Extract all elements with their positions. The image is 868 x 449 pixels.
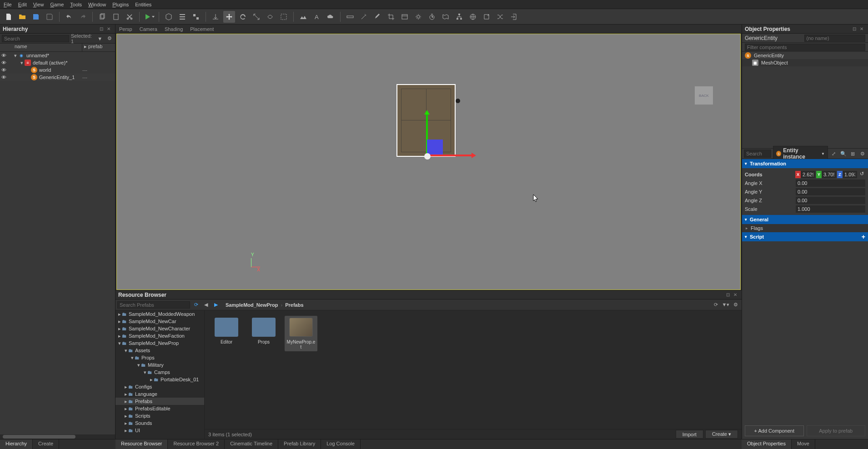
move-tool-button[interactable] bbox=[223, 11, 235, 23]
menu-edit[interactable]: Edit bbox=[18, 2, 27, 7]
rotate-tool-button[interactable] bbox=[237, 11, 249, 23]
component-list[interactable]: SGenericEntity▦MeshObject bbox=[742, 52, 868, 66]
export-icon[interactable] bbox=[481, 11, 492, 23]
panel-close-icon[interactable]: ✕ bbox=[860, 26, 865, 32]
resource-tree-row[interactable]: ▾🖿Props bbox=[115, 354, 204, 361]
resource-tree-row[interactable]: ▸🖿PortableDesk_01 bbox=[115, 376, 204, 383]
shuffle-icon[interactable] bbox=[494, 11, 506, 23]
save-as-button[interactable] bbox=[44, 11, 55, 23]
wand-icon[interactable] bbox=[358, 11, 370, 23]
scale-tool-button[interactable] bbox=[251, 11, 262, 23]
copy-button[interactable] bbox=[96, 11, 108, 23]
resource-tree-row[interactable]: ▸🖿PrefabsEditable bbox=[115, 405, 204, 412]
panel-close-icon[interactable]: ✕ bbox=[107, 26, 112, 32]
tab-resource-browser-2[interactable]: Resource Browser 2 bbox=[168, 439, 225, 449]
gear-icon[interactable]: ⚙ bbox=[858, 150, 866, 158]
section-general[interactable]: General bbox=[742, 215, 868, 224]
viewtab-persp[interactable]: Persp bbox=[119, 26, 132, 32]
tab-prefab-library[interactable]: Prefab Library bbox=[278, 439, 321, 449]
redo-button[interactable] bbox=[77, 11, 89, 23]
hierarchy-tree[interactable]: 👁▾◉unnamed*👁▾≡default (active)*👁Sworld--… bbox=[0, 52, 115, 434]
new-file-button[interactable] bbox=[3, 11, 15, 23]
menu-window[interactable]: Window bbox=[88, 2, 106, 7]
hierarchy-col-prefab[interactable]: ▸ prefab bbox=[82, 44, 115, 51]
scale-input[interactable] bbox=[796, 205, 865, 213]
navigation-cube[interactable]: BACK bbox=[695, 86, 713, 105]
tab-hierarchy[interactable]: Hierarchy bbox=[0, 439, 33, 449]
tab-log-console[interactable]: Log Console bbox=[321, 439, 361, 449]
angle-x-input[interactable] bbox=[796, 180, 865, 187]
viewtab-camera[interactable]: Camera bbox=[140, 26, 157, 32]
resource-tree-row[interactable]: ▾🖿SampleMod_NewProp bbox=[115, 339, 204, 347]
brush-icon[interactable] bbox=[371, 11, 383, 23]
refresh-icon[interactable]: ⟳ bbox=[192, 301, 200, 309]
resource-tree-row[interactable]: ▸🖿SampleMod_NewCar bbox=[115, 318, 204, 325]
globe-icon[interactable] bbox=[467, 11, 479, 23]
hierarchy-row[interactable]: 👁▾≡default (active)* bbox=[0, 59, 115, 66]
resource-search-input[interactable] bbox=[117, 301, 190, 309]
nav-back-icon[interactable]: ◀ bbox=[202, 301, 210, 309]
hierarchy-row[interactable]: 👁Sworld--- bbox=[0, 66, 115, 74]
cut-button[interactable] bbox=[124, 11, 135, 23]
settings-icon[interactable]: ⚙ bbox=[105, 35, 113, 43]
ruler-icon[interactable] bbox=[344, 11, 356, 23]
breadcrumb-item[interactable]: SampleMod_NewProp bbox=[226, 302, 278, 308]
import-button[interactable]: Import bbox=[676, 430, 703, 439]
panel-dock-icon[interactable]: ⊡ bbox=[853, 26, 858, 32]
gizmo-origin[interactable] bbox=[424, 153, 431, 160]
hierarchy-col-name[interactable]: name bbox=[13, 44, 82, 51]
resource-item[interactable]: MyNewProp.et bbox=[285, 316, 317, 351]
flags-row[interactable]: Flags bbox=[742, 224, 868, 232]
resource-tree-row[interactable]: ▾🖿Camps bbox=[115, 369, 204, 376]
instance-search[interactable] bbox=[744, 150, 771, 158]
tab-move[interactable]: Move bbox=[792, 439, 815, 449]
snap-icon[interactable] bbox=[190, 11, 202, 23]
resource-tree-row[interactable]: ▸🖿Language bbox=[115, 390, 204, 398]
viewport-3d[interactable]: BACK Y X bbox=[116, 34, 741, 290]
section-transformation[interactable]: Transformation bbox=[742, 159, 868, 168]
filter-dropdown[interactable]: ▼▾ bbox=[722, 301, 730, 309]
resource-tree-row[interactable]: ▸🖿SampleMod_NewCharacter bbox=[115, 325, 204, 332]
add-script-icon[interactable]: + bbox=[862, 233, 865, 240]
gizmo-xy-plane[interactable] bbox=[427, 140, 443, 155]
timer-icon[interactable] bbox=[426, 11, 438, 23]
angle-y-input[interactable] bbox=[796, 188, 865, 195]
cube-icon[interactable] bbox=[163, 11, 175, 23]
menu-game[interactable]: Game bbox=[50, 2, 64, 7]
menu-entities[interactable]: Entities bbox=[135, 2, 151, 7]
refresh-btn[interactable]: ⟳ bbox=[712, 301, 720, 309]
save-button[interactable] bbox=[30, 11, 42, 23]
viewtab-placement[interactable]: Placement bbox=[190, 26, 214, 32]
menu-tools[interactable]: Tools bbox=[70, 2, 82, 7]
tab-create[interactable]: Create bbox=[33, 439, 59, 449]
resource-tree-row[interactable]: ▸🖿SampleMod_ModdedWeapon bbox=[115, 310, 204, 318]
resource-items[interactable]: EditorPropsMyNewProp.et bbox=[205, 310, 742, 429]
scrollbar[interactable] bbox=[0, 434, 115, 439]
panel-close-icon[interactable]: ✕ bbox=[733, 292, 739, 298]
search-icon[interactable]: 🔍 bbox=[839, 150, 847, 158]
bounds-tool-button[interactable] bbox=[278, 11, 290, 23]
tab-resource-browser[interactable]: Resource Browser bbox=[115, 439, 168, 449]
entity-name-input[interactable] bbox=[804, 35, 866, 42]
menu-view[interactable]: View bbox=[33, 2, 44, 7]
coord-y-input[interactable] bbox=[822, 171, 836, 178]
settings-icon[interactable]: ⚙ bbox=[732, 301, 740, 309]
resource-tree-row[interactable]: ▸🖿UI bbox=[115, 427, 204, 434]
create-button[interactable]: Create ▾ bbox=[705, 430, 738, 439]
panel-dock-icon[interactable]: ⊡ bbox=[726, 292, 732, 298]
tree-icon[interactable]: ⊞ bbox=[849, 150, 857, 158]
resource-tree-row[interactable]: ▸🖿Scripts bbox=[115, 412, 204, 419]
resource-item[interactable]: Props bbox=[247, 316, 280, 346]
exit-icon[interactable] bbox=[508, 11, 520, 23]
crop-icon[interactable] bbox=[385, 11, 397, 23]
resource-tree-row[interactable]: ▸🖿Configs bbox=[115, 383, 204, 390]
resource-tree-row[interactable]: ▸🖿Prefabs bbox=[115, 398, 204, 405]
filter-icon[interactable]: ▼ bbox=[96, 35, 104, 43]
coord-x-input[interactable] bbox=[801, 171, 815, 178]
component-filter-input[interactable] bbox=[745, 44, 865, 51]
hierarchy-icon[interactable] bbox=[453, 11, 465, 23]
hierarchy-search-input[interactable] bbox=[2, 35, 69, 42]
gear-icon[interactable] bbox=[412, 11, 424, 23]
resource-tree-row[interactable]: ▾🖿Military bbox=[115, 361, 204, 369]
font-icon[interactable]: A bbox=[311, 11, 323, 23]
